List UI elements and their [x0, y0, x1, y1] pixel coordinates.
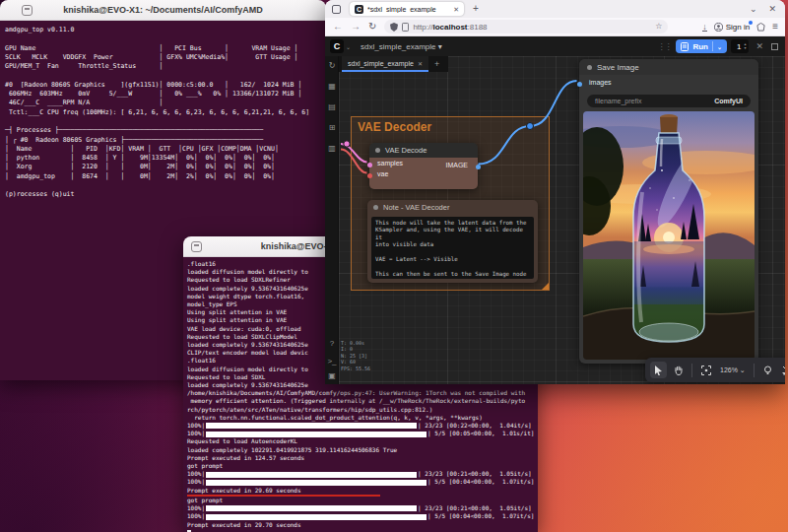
history-icon[interactable]: ↻	[325, 62, 339, 70]
fit-view-button[interactable]	[697, 362, 714, 378]
signin-button[interactable]: Sign in	[714, 23, 750, 32]
node-body: samples vae IMAGE	[369, 158, 478, 189]
node-header[interactable]: Note - VAE Decoder	[367, 200, 538, 215]
workflow-menu[interactable]: sdxl_simple_example ▾	[361, 42, 442, 51]
canvas-toolbar: 126% ⌄	[645, 358, 785, 382]
signin-label: Sign in	[726, 23, 750, 32]
toggle-links-button[interactable]	[779, 362, 785, 378]
comfyui-sidebar: ↻▦▤⊞▥?>_▣	[325, 56, 339, 384]
node-note-vae-decoder[interactable]: Note - VAE Decoder This node will take t…	[367, 200, 538, 283]
terminal-icon[interactable]: >_	[325, 358, 339, 366]
link-dot-samples[interactable]	[344, 141, 350, 147]
drag-handle-icon[interactable]: ⋮⋮	[657, 42, 671, 51]
workflows-icon[interactable]: ⊞	[325, 124, 339, 132]
terminal-line: amdgpu_top v0.11.0	[5, 26, 321, 34]
logo-chevron-icon[interactable]: ⌄	[346, 43, 351, 50]
interrupt-icon[interactable]: ✕	[755, 41, 763, 51]
input-label-vae: vae	[377, 170, 388, 177]
notification-dot	[749, 21, 753, 25]
workflow-tab[interactable]: sdxl_simple_example ✕	[342, 56, 428, 72]
node-canvas[interactable]: sdxl_simple_example ✕ + VAE Decoder VAE …	[339, 56, 785, 384]
terminal1-title: knishika@EVO-X1: ~/Documents/AI/ComfyAMD	[0, 5, 326, 15]
menu-icon[interactable]: ≡	[772, 22, 778, 32]
workflow-tab-close-icon[interactable]: ✕	[418, 60, 423, 67]
url-bar[interactable]: http://localhost:8188 ☆	[384, 20, 668, 33]
terminal1-titlebar[interactable]: knishika@EVO-X1: ~/Documents/AI/ComfyAMD	[0, 0, 326, 21]
zoom-level-select[interactable]: 126% ⌄	[717, 366, 749, 374]
page-info-icon[interactable]	[402, 23, 409, 32]
new-tab-button[interactable]: +	[473, 4, 479, 14]
profile-icon[interactable]	[756, 23, 765, 32]
tab-close-icon[interactable]: ✕	[453, 6, 459, 13]
collapse-dot-icon[interactable]	[587, 65, 592, 70]
pan-tool-button[interactable]	[670, 362, 687, 378]
terminal-line: Prompt executed in 29.70 seconds	[187, 521, 534, 529]
tab-strip: C *sdxl_simple_example ✕ + ⌄ ✕	[325, 0, 785, 18]
help-icon[interactable]: ?	[325, 340, 339, 348]
url-text: http://localhost:8188	[413, 23, 651, 32]
shield-icon[interactable]	[390, 23, 398, 32]
terminal-line: │ Xorg │ 2120 │ │ 0M│ 2M│ 0%│ 0%│ 0%│ 0%…	[5, 163, 321, 171]
batch-count-stepper[interactable]: 1 ▴▾	[731, 39, 749, 53]
terminal-line	[5, 181, 321, 190]
back-button[interactable]: ←	[333, 22, 343, 32]
link-visibility-icon	[782, 366, 785, 375]
gallery-icon[interactable]: ▣	[325, 372, 339, 380]
terminal-line: (p)rocesses (q)uit	[5, 190, 321, 199]
output-port-image[interactable]	[476, 165, 481, 169]
run-button[interactable]: Run ⌄	[676, 39, 727, 53]
input-port-vae[interactable]	[367, 173, 372, 178]
downloads-icon[interactable]: ↓	[702, 23, 707, 32]
node-library-icon[interactable]: ▦	[325, 83, 339, 91]
terminal-line: 100%|| 5/5 [00:04<00:00, 1.07it/s]	[187, 512, 534, 520]
batch-count-value: 1	[734, 42, 744, 51]
collapse-dot-icon[interactable]	[375, 148, 380, 153]
queue-icon[interactable]: ▥	[325, 145, 339, 153]
firefox-view-icon[interactable]	[332, 5, 341, 14]
node-vae-decode[interactable]: VAE Decode samples vae IMAGE	[369, 143, 478, 189]
node-header[interactable]: VAE Decode	[369, 143, 478, 158]
output-label-image: IMAGE	[445, 162, 468, 168]
toggle-theme-button[interactable]	[759, 362, 776, 378]
progress-bar	[206, 514, 427, 520]
stepper-arrows-icon[interactable]: ▴▾	[744, 42, 746, 50]
terminal-line: │ amdgpu_top │ 8674 │ │ 0M│ 2M│ 2%│ 0%│ …	[5, 172, 321, 181]
terminal-line: got prompt	[187, 497, 534, 504]
tab-title: *sdxl_simple_example	[367, 6, 449, 13]
terminal-line: Prompt executed in 124.57 seconds	[187, 454, 534, 462]
forward-button[interactable]: →	[351, 22, 361, 32]
collapse-dot-icon[interactable]	[373, 205, 378, 210]
input-port-samples[interactable]	[367, 163, 372, 167]
workflow-tab-bar: sdxl_simple_example ✕ +	[339, 56, 448, 72]
terminal-line	[5, 34, 321, 43]
comfyui-logo[interactable]: C	[330, 39, 344, 53]
note-text[interactable]: This node will take the latent data from…	[371, 217, 534, 279]
terminal-line: Requested to load AutoencoderKL	[187, 437, 534, 445]
input-port-images[interactable]	[577, 82, 582, 87]
terminal-line: 100%|| 23/23 [00:21<00:00, 1.05it/s]	[187, 470, 534, 478]
window-close-icon[interactable]: ✕	[768, 5, 776, 14]
node-save-image[interactable]: Save Image images filename_prefix ComfyU…	[579, 59, 758, 364]
toolbar-divider	[754, 364, 755, 377]
bookmark-star-icon[interactable]: ☆	[655, 23, 662, 31]
browser-tab[interactable]: C *sdxl_simple_example ✕	[350, 2, 464, 16]
terminal-line: 100%|| 5/5 [00:04<00:00, 1.07it/s]	[187, 478, 534, 486]
progress-bar	[206, 505, 417, 511]
terminal-line	[5, 71, 321, 80]
reload-button[interactable]: ↻	[368, 22, 376, 32]
queue-run-icon	[681, 42, 689, 51]
bottle-sunset-image	[583, 111, 755, 360]
model-library-icon[interactable]: ▤	[325, 103, 339, 111]
generated-image-preview[interactable]	[583, 111, 755, 360]
clear-queue-icon[interactable]	[771, 43, 778, 50]
node-header[interactable]: Save Image	[579, 59, 758, 75]
run-options-chevron-icon[interactable]: ⌄	[717, 43, 722, 50]
select-tool-button[interactable]	[650, 362, 667, 378]
list-tabs-icon[interactable]: ⌄	[750, 5, 757, 14]
terminal-line: 46C/___C ____RPM N/A │	[5, 99, 321, 107]
terminal-line: got prompt	[187, 462, 534, 470]
workflow-tab-add-button[interactable]: +	[428, 59, 445, 69]
widget-name: filename_prefix	[595, 98, 641, 104]
filename-prefix-widget[interactable]: filename_prefix ComfyUI	[587, 95, 751, 107]
group-resize-handle[interactable]	[542, 283, 549, 290]
